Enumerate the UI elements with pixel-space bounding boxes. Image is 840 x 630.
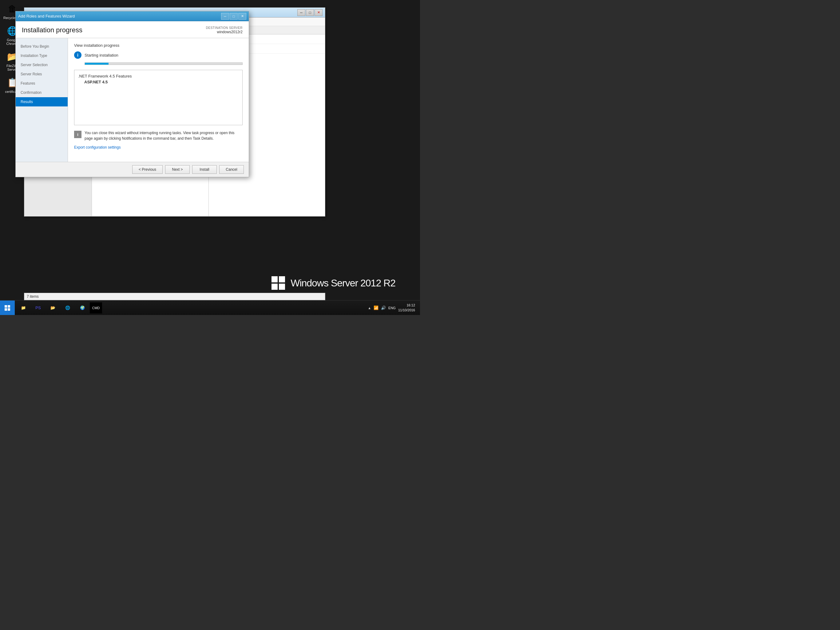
export-config-link[interactable]: Export configuration settings xyxy=(74,145,120,149)
wizard-destination: DESTINATION SERVER windows2012r2 xyxy=(206,26,243,34)
clock-time: 16:12 xyxy=(398,303,415,308)
taskbar-tray: ▲ 📶 🔊 ENG 16:12 11/10/2016 xyxy=(368,303,420,313)
volume-tray-icon[interactable]: 🔊 xyxy=(381,306,386,310)
wizard-title: Add Roles and Features Wizard xyxy=(18,14,221,19)
svg-rect-1 xyxy=(279,276,285,282)
taskbar: 📁 PS 📂 🌐 🌍 CMD ▲ 📶 🔊 ENG 16:12 11/10/201… xyxy=(0,300,420,315)
windows-start-icon xyxy=(4,305,11,311)
network-tray-icon[interactable]: 📶 xyxy=(374,306,379,310)
svg-rect-6 xyxy=(5,308,7,311)
wizard-footer: < Previous Next > Install Cancel xyxy=(16,162,249,177)
nav-item-server-roles[interactable]: Server Roles xyxy=(16,70,68,79)
svg-rect-0 xyxy=(272,276,278,282)
wizard-main-content: View installation progress i Starting in… xyxy=(68,38,249,162)
wizard-dest-label: DESTINATION SERVER xyxy=(206,26,243,30)
progress-bar-container xyxy=(85,62,243,65)
clock-date: 11/10/2016 xyxy=(398,308,415,313)
desktop: 🗑 Recycle Bin 🌐 Google Chrome 📂 FileZill… xyxy=(0,0,420,315)
wizard-minimize-button[interactable]: ─ xyxy=(221,13,229,20)
wizard-content: Before You Begin Installation Type Serve… xyxy=(16,38,249,162)
progress-bar-fill xyxy=(85,63,109,65)
svg-rect-3 xyxy=(279,283,285,290)
taskbar-items: 📁 PS 📂 🌐 🌍 CMD xyxy=(15,301,368,315)
notice-icon: i xyxy=(74,131,82,138)
wizard-dialog: Add Roles and Features Wizard ─ □ ✕ Inst… xyxy=(15,11,249,177)
nav-item-features[interactable]: Features xyxy=(16,79,68,88)
status-item-count: 7 items xyxy=(27,294,39,299)
sm-maximize-button[interactable]: □ xyxy=(306,9,314,16)
info-icon: i xyxy=(74,51,82,59)
svg-rect-5 xyxy=(8,305,10,308)
taskbar-network[interactable]: 🌍 xyxy=(75,301,90,315)
notice-text: You can close this wizard without interr… xyxy=(85,130,243,141)
notice-box: i You can close this wizard without inte… xyxy=(74,130,243,141)
system-clock[interactable]: 16:12 11/10/2016 xyxy=(398,303,418,313)
svg-rect-2 xyxy=(272,283,278,290)
wizard-dest-server: windows2012r2 xyxy=(217,30,243,34)
next-button[interactable]: Next > xyxy=(165,165,190,174)
nav-item-server-selection[interactable]: Server Selection xyxy=(16,60,68,70)
nav-item-confirmation[interactable]: Confirmation xyxy=(16,88,68,97)
windows-logo-icon xyxy=(271,275,286,290)
previous-button[interactable]: < Previous xyxy=(132,165,163,174)
install-button[interactable]: Install xyxy=(192,165,217,174)
wizard-close-button[interactable]: ✕ xyxy=(238,13,246,20)
nav-item-results[interactable]: Results xyxy=(16,97,68,106)
server-manager-statusbar: 7 items xyxy=(24,293,325,300)
feature-child-item: ASP.NET 4.5 xyxy=(78,80,238,84)
wizard-nav: Before You Begin Installation Type Serve… xyxy=(16,38,68,162)
language-indicator[interactable]: ENG xyxy=(388,306,396,310)
cancel-button[interactable]: Cancel xyxy=(219,165,244,174)
wizard-titlebar: Add Roles and Features Wizard ─ □ ✕ xyxy=(16,11,249,21)
install-status-text: Starting installation xyxy=(85,53,118,57)
sm-close-button[interactable]: ✕ xyxy=(314,9,322,16)
wizard-body: Installation progress DESTINATION SERVER… xyxy=(16,21,249,177)
nav-item-installation-type[interactable]: Installation Type xyxy=(16,51,68,60)
taskbar-file-explorer[interactable]: 📁 xyxy=(16,301,31,315)
wizard-header-title: Installation progress xyxy=(22,26,82,34)
wizard-controls: ─ □ ✕ xyxy=(221,13,246,20)
wizard-section-title: View installation progress xyxy=(74,43,243,47)
windows-branding: Windows Server 2012 R2 xyxy=(271,275,395,290)
sm-minimize-button[interactable]: ─ xyxy=(297,9,305,16)
install-info: i Starting installation xyxy=(74,51,243,59)
taskbar-powershell[interactable]: PS xyxy=(31,301,46,315)
taskbar-folder[interactable]: 📂 xyxy=(46,301,60,315)
wizard-header: Installation progress DESTINATION SERVER… xyxy=(16,21,249,38)
server-manager-controls: ─ □ ✕ xyxy=(297,9,322,16)
taskbar-chrome[interactable]: 🌐 xyxy=(60,301,75,315)
features-list-box: .NET Framework 4.5 Features ASP.NET 4.5 xyxy=(74,70,243,125)
nav-item-before-you-begin[interactable]: Before You Begin xyxy=(16,42,68,51)
svg-rect-7 xyxy=(8,308,10,311)
windows-brand-text: Windows Server 2012 R2 xyxy=(291,277,395,289)
start-button[interactable] xyxy=(0,301,15,315)
tray-arrow[interactable]: ▲ xyxy=(368,306,371,310)
wizard-maximize-button[interactable]: □ xyxy=(230,13,238,20)
feature-parent-item: .NET Framework 4.5 Features xyxy=(78,74,238,78)
svg-rect-4 xyxy=(5,305,7,308)
taskbar-cmd[interactable]: CMD xyxy=(90,302,102,313)
